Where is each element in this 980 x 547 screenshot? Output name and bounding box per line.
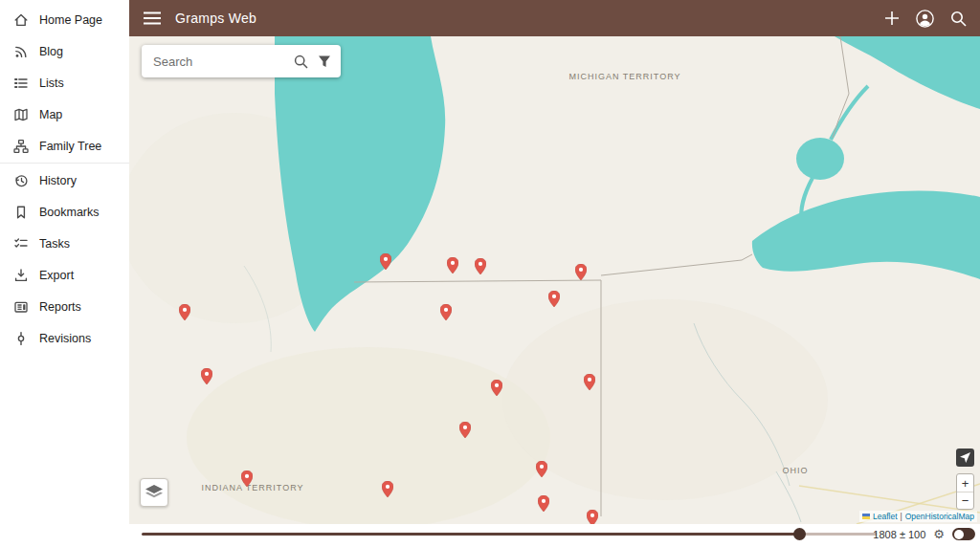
zoom-in-button[interactable]: + [957, 474, 973, 492]
zoom-out-button[interactable]: − [957, 492, 973, 509]
header-actions [884, 10, 967, 28]
timeline-slider[interactable] [142, 533, 877, 536]
family-tree-icon [13, 139, 29, 154]
map-pin[interactable] [587, 510, 598, 524]
timeline-settings-gear-icon[interactable]: ⚙ [933, 528, 945, 540]
map-pin[interactable] [536, 461, 547, 477]
map-provider-link[interactable]: OpenHistoricalMap [905, 512, 974, 521]
search-icon[interactable] [294, 55, 308, 69]
map-pin[interactable] [575, 264, 587, 280]
map-pin[interactable] [538, 495, 549, 512]
sidebar-item-reports[interactable]: Reports [0, 291, 129, 322]
attribution-separator: | [901, 512, 902, 521]
sidebar-item-family-tree[interactable]: Family Tree [0, 130, 129, 162]
app-header: Gramps Web [129, 0, 980, 36]
sidebar-item-label: Revisions [39, 332, 91, 345]
sidebar: Home Page Blog Lists Map Family Tree His… [0, 0, 129, 547]
navigation-arrow-icon [960, 452, 970, 463]
list-icon [13, 76, 29, 91]
leaflet-link[interactable]: Leaflet [873, 512, 898, 521]
sidebar-item-revisions[interactable]: Revisions [0, 322, 129, 354]
layers-control[interactable] [140, 478, 168, 507]
sidebar-item-lists[interactable]: Lists [0, 67, 129, 98]
history-clock-icon [13, 173, 29, 188]
map-tiles [129, 36, 980, 524]
search-icon[interactable] [950, 11, 967, 27]
sidebar-item-history[interactable]: History [0, 164, 129, 196]
account-circle-icon[interactable] [916, 10, 934, 28]
timeline-controls: 1808 ± 100 ⚙ [873, 528, 975, 540]
map-pin[interactable] [584, 374, 595, 390]
map-pin[interactable] [201, 368, 212, 384]
zoom-control: + − [956, 473, 974, 510]
sidebar-item-export[interactable]: Export [0, 259, 129, 291]
locate-me-button[interactable] [956, 449, 974, 467]
map-search-card [142, 45, 341, 77]
menu-hamburger-icon[interactable] [144, 11, 161, 25]
sidebar-item-blog[interactable]: Blog [0, 35, 129, 67]
rss-icon [13, 44, 29, 59]
sidebar-item-home-page[interactable]: Home Page [0, 4, 129, 35]
app-title: Gramps Web [175, 11, 256, 26]
map-search-input[interactable] [153, 55, 284, 69]
map-pin[interactable] [380, 253, 391, 270]
map-attribution: Leaflet | OpenHistoricalMap [859, 511, 977, 522]
download-icon [13, 268, 29, 283]
map-icon [13, 107, 29, 122]
leaflet-flag-icon [862, 514, 870, 519]
map-canvas[interactable]: MICHIGAN TERRITORY INDIANA TERRITORY OHI… [129, 36, 980, 524]
home-icon [13, 12, 29, 28]
sidebar-item-label: Tasks [39, 237, 70, 251]
sidebar-item-bookmarks[interactable]: Bookmarks [0, 196, 129, 228]
timeline-toggle[interactable] [952, 528, 975, 540]
map-pin[interactable] [459, 422, 471, 438]
sidebar-item-map[interactable]: Map [0, 98, 129, 130]
sidebar-item-label: Blog [39, 45, 63, 58]
sidebar-item-label: Reports [39, 300, 81, 314]
map-label-michigan-territory: MICHIGAN TERRITORY [568, 72, 680, 81]
map-pin[interactable] [382, 481, 393, 497]
map-label-ohio: OHIO [782, 466, 808, 475]
map-pin[interactable] [548, 291, 560, 307]
sidebar-item-label: Home Page [39, 13, 102, 27]
timeline-year-label: 1808 ± 100 [873, 529, 925, 540]
sidebar-item-label: Export [39, 269, 74, 282]
toggle-knob [954, 530, 964, 539]
timeline-slider-handle[interactable] [793, 528, 806, 540]
map-pin[interactable] [179, 304, 190, 320]
layers-icon [145, 485, 163, 500]
timeline-bar: 1808 ± 100 ⚙ [129, 524, 980, 547]
sidebar-divider [0, 163, 129, 164]
map-pin[interactable] [447, 257, 458, 274]
checklist-icon [13, 236, 29, 252]
map-pin[interactable] [475, 258, 486, 274]
sidebar-item-label: Map [39, 108, 62, 121]
commit-icon [13, 331, 29, 346]
sidebar-item-tasks[interactable]: Tasks [0, 228, 129, 259]
sidebar-item-label: History [39, 174, 77, 187]
map-label-indiana-territory: INDIANA TERRITORY [201, 483, 303, 492]
sidebar-item-label: Bookmarks [39, 206, 100, 219]
sidebar-item-label: Lists [39, 77, 64, 90]
map-pin[interactable] [241, 470, 253, 487]
map-pin[interactable] [491, 380, 502, 396]
report-icon [13, 299, 29, 315]
add-icon[interactable] [884, 11, 900, 26]
filter-funnel-icon[interactable] [318, 55, 331, 68]
bookmark-icon [13, 205, 29, 220]
sidebar-item-label: Family Tree [39, 140, 101, 153]
map-pin[interactable] [440, 304, 452, 320]
timeline-slider-remainder [799, 533, 877, 536]
